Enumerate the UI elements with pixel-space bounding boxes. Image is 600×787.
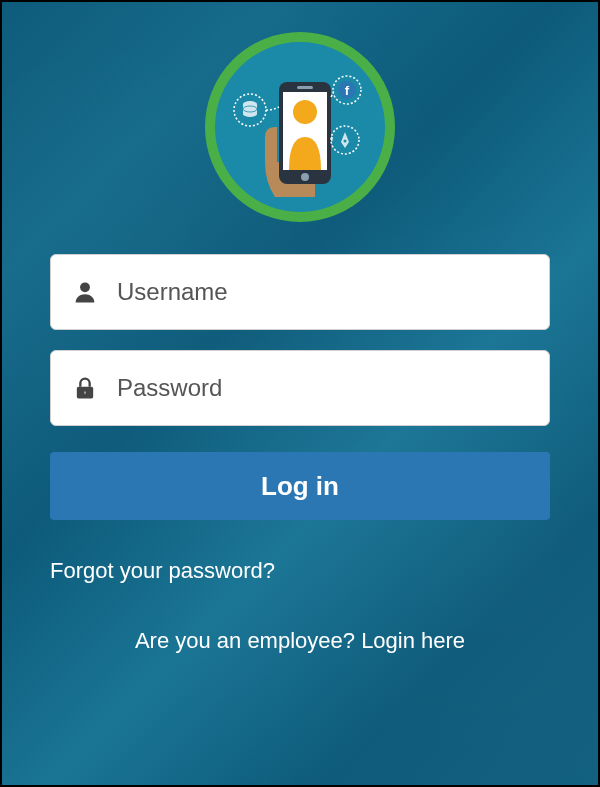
employee-login-link[interactable]: Are you an employee? Login here [50, 628, 550, 654]
logo-illustration: f [215, 42, 385, 212]
lock-icon [71, 374, 99, 402]
app-logo: f [205, 32, 395, 222]
database-icon [243, 101, 257, 117]
password-input[interactable] [117, 374, 529, 402]
username-input[interactable] [117, 278, 529, 306]
username-row [50, 254, 550, 330]
pen-icon [341, 132, 349, 148]
svg-rect-13 [83, 390, 86, 395]
login-button[interactable]: Log in [50, 452, 550, 520]
person-icon [293, 100, 317, 124]
svg-text:f: f [345, 83, 350, 98]
svg-rect-2 [297, 86, 313, 89]
svg-point-10 [344, 140, 347, 143]
user-icon [71, 278, 99, 306]
forgot-password-link[interactable]: Forgot your password? [50, 558, 550, 584]
login-form: Log in Forgot your password? Are you an … [50, 254, 550, 654]
svg-point-11 [80, 282, 90, 292]
password-row [50, 350, 550, 426]
svg-point-1 [301, 173, 309, 181]
